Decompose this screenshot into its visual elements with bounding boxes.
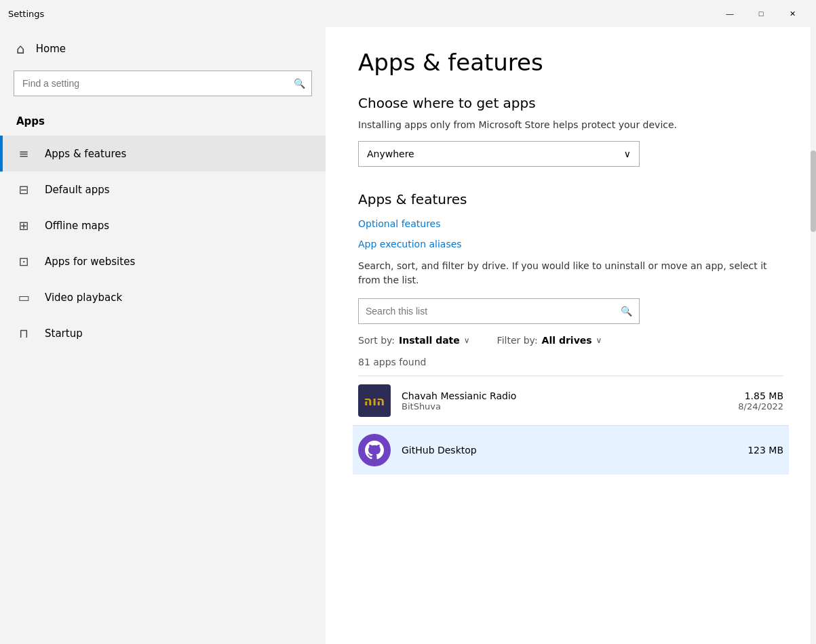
sort-control[interactable]: Sort by: Install date ∨ xyxy=(358,335,470,346)
chevron-down-icon: ∨ xyxy=(624,148,631,159)
apps-features-heading: Apps & features xyxy=(358,191,783,207)
sort-filter-row: Sort by: Install date ∨ Filter by: All d… xyxy=(358,335,783,346)
sidebar: ⌂ Home 🔍 Apps ≡ Apps & features ⊟ Defaul… xyxy=(0,27,326,644)
sidebar-item-offline-maps[interactable]: ⊞ Offline maps xyxy=(0,207,326,243)
app-execution-aliases-link[interactable]: App execution aliases xyxy=(358,239,783,249)
choose-where-description: Installing apps only from Microsoft Stor… xyxy=(358,119,783,130)
close-button[interactable]: ✕ xyxy=(777,0,808,27)
search-input[interactable] xyxy=(14,71,312,96)
app-meta: 123 MB xyxy=(747,445,783,456)
filter-by-value: All drives xyxy=(542,335,592,346)
sidebar-item-home[interactable]: ⌂ Home xyxy=(0,27,326,71)
scrollbar-track[interactable] xyxy=(811,27,816,644)
app-size: 123 MB xyxy=(747,445,783,456)
startup-icon: ⊓ xyxy=(16,326,31,340)
sidebar-section-label: Apps xyxy=(0,110,326,136)
video-playback-icon: ▭ xyxy=(16,290,31,304)
window-title: Settings xyxy=(8,9,714,19)
list-search-icon: 🔍 xyxy=(621,306,632,317)
table-row[interactable]: GitHub Desktop 123 MB xyxy=(353,425,789,475)
table-row[interactable]: הוה Chavah Messianic Radio BitShuva 1.85… xyxy=(358,376,783,425)
apps-features-icon: ≡ xyxy=(16,146,31,161)
sidebar-item-video-playback[interactable]: ▭ Video playback xyxy=(0,279,326,315)
app-name: GitHub Desktop xyxy=(402,445,737,456)
default-apps-icon: ⊟ xyxy=(16,182,31,197)
app-info: GitHub Desktop xyxy=(402,445,737,456)
apps-count: 81 apps found xyxy=(358,357,783,367)
sidebar-item-label: Default apps xyxy=(45,184,110,196)
sidebar-item-startup[interactable]: ⊓ Startup xyxy=(0,315,326,351)
sidebar-item-apps-websites[interactable]: ⊡ Apps for websites xyxy=(0,243,326,279)
sort-description: Search, sort, and filter by drive. If yo… xyxy=(358,259,783,287)
home-icon: ⌂ xyxy=(16,41,25,57)
offline-maps-icon: ⊞ xyxy=(16,218,31,233)
optional-features-link[interactable]: Optional features xyxy=(358,218,783,229)
home-label: Home xyxy=(36,43,66,55)
titlebar: Settings — □ ✕ xyxy=(0,0,816,27)
minimize-button[interactable]: — xyxy=(714,0,745,27)
filter-by-label: Filter by: xyxy=(497,335,538,346)
filter-chevron-icon: ∨ xyxy=(596,336,602,345)
page-title: Apps & features xyxy=(358,49,783,76)
app-name: Chavah Messianic Radio xyxy=(402,390,727,401)
dropdown-value: Anywhere xyxy=(367,148,414,159)
app-info: Chavah Messianic Radio BitShuva xyxy=(402,390,727,411)
search-box[interactable]: 🔍 xyxy=(14,71,312,96)
app-publisher: BitShuva xyxy=(402,401,727,411)
main-content: Apps & features Choose where to get apps… xyxy=(326,27,816,644)
sidebar-item-label: Startup xyxy=(45,327,83,340)
search-list-input[interactable] xyxy=(366,306,621,317)
app-icon xyxy=(358,434,391,466)
scrollbar-thumb[interactable] xyxy=(811,150,816,232)
window: Settings — □ ✕ ⌂ Home 🔍 Apps ≡ Apps & fe… xyxy=(0,0,816,644)
search-icon: 🔍 xyxy=(294,78,305,89)
search-list-box[interactable]: 🔍 xyxy=(358,298,640,324)
sidebar-item-default-apps[interactable]: ⊟ Default apps xyxy=(0,172,326,207)
filter-control[interactable]: Filter by: All drives ∨ xyxy=(497,335,602,346)
sidebar-item-apps-features[interactable]: ≡ Apps & features xyxy=(0,136,326,172)
apps-websites-icon: ⊡ xyxy=(16,254,31,268)
app-size: 1.85 MB xyxy=(738,390,783,401)
app-list: הוה Chavah Messianic Radio BitShuva 1.85… xyxy=(358,376,783,475)
sidebar-item-label: Apps for websites xyxy=(45,256,135,268)
sort-chevron-icon: ∨ xyxy=(464,336,470,345)
sidebar-item-label: Video playback xyxy=(45,291,122,304)
app-icon: הוה xyxy=(358,384,391,417)
maximize-button[interactable]: □ xyxy=(745,0,777,27)
window-controls: — □ ✕ xyxy=(714,0,808,27)
sidebar-item-label: Offline maps xyxy=(45,220,109,232)
content-area: ⌂ Home 🔍 Apps ≡ Apps & features ⊟ Defaul… xyxy=(0,27,816,644)
app-date: 8/24/2022 xyxy=(738,401,783,411)
choose-where-heading: Choose where to get apps xyxy=(358,95,783,111)
where-to-get-apps-dropdown[interactable]: Anywhere ∨ xyxy=(358,141,640,167)
app-meta: 1.85 MB 8/24/2022 xyxy=(738,390,783,411)
sort-by-value: Install date xyxy=(399,335,460,346)
sidebar-item-label: Apps & features xyxy=(45,148,126,160)
sort-by-label: Sort by: xyxy=(358,335,395,346)
